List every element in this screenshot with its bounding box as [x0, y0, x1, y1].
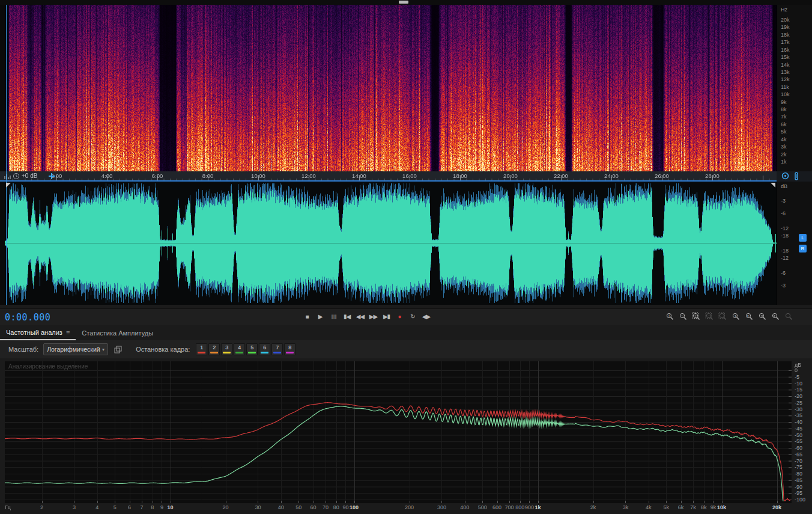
time-tick-12:00: 12:00 [301, 173, 316, 179]
panel-grip-left[interactable] [6, 183, 11, 188]
svg-text:▸: ▸ [747, 313, 749, 317]
skip-to-start-button[interactable]: ▮◀ [341, 311, 353, 322]
time-tick-10:00: 10:00 [251, 173, 265, 179]
audio-editor-window: Hz 20k19k18k17k16k15k14k13k12k11k10k9k8k… [0, 0, 812, 514]
scale-select-value: Логарифмический [47, 346, 100, 353]
skip-selection-button[interactable]: ◀▶ [420, 311, 432, 322]
freq-tick-4k: 4k [781, 137, 787, 142]
playhead-marker[interactable] [6, 171, 7, 180]
waveform-canvas[interactable] [5, 182, 777, 305]
hold-button-7[interactable]: 7 [271, 343, 283, 355]
vertical-zoom-icon[interactable] [793, 172, 799, 180]
clock-icon[interactable] [13, 172, 20, 180]
freq-tick-10k: 10k [781, 92, 790, 97]
x-tick-900: 900 [525, 504, 534, 510]
y-tick--20: -20 [795, 394, 802, 399]
zoom-out-button[interactable]: − [678, 311, 688, 322]
zoom-in-left-edge-button[interactable]: ◂ [731, 311, 741, 322]
hold-button-8[interactable]: 8 [284, 343, 295, 355]
spectral-display-toggle-icon[interactable] [781, 172, 789, 180]
frequency-analysis-panel: Анализирование выделение Гц дБ 234567891… [0, 358, 812, 514]
hold-button-2[interactable]: 2 [208, 343, 220, 355]
svg-text:−: − [707, 313, 710, 317]
loop-playback-button[interactable]: ↻ [407, 311, 419, 322]
panel-menu-icon[interactable]: ≡ [66, 329, 70, 336]
y-tick--70: -70 [795, 459, 802, 464]
x-tick-3k: 3k [623, 504, 629, 510]
playhead-line-waveform[interactable] [6, 182, 7, 305]
hold-button-5[interactable]: 5 [246, 343, 258, 355]
panel-divider-handle[interactable] [399, 1, 408, 4]
levels-meter-icon[interactable] [4, 172, 11, 180]
hold-button-label: 5 [250, 344, 253, 352]
zoom-to-selection-button[interactable] [718, 311, 728, 322]
y-tick--15: -15 [795, 387, 802, 393]
zoom-in-selection-button[interactable]: + [691, 311, 701, 322]
zoom-out-selection-button[interactable]: − [704, 311, 715, 322]
zoom-out-left-edge-button[interactable]: ◂ [757, 311, 768, 322]
hold-color-bar [248, 352, 256, 353]
hold-button-label: 4 [238, 344, 241, 352]
tab-amplitude-statistics[interactable]: Статистика Амплитуды [76, 325, 159, 340]
play-button[interactable]: ▶ [315, 311, 326, 322]
time-tick-28:00: 28:00 [705, 173, 720, 179]
tab-frequency-analysis-label: Частотный анализ [6, 329, 62, 336]
record-button[interactable]: ● [394, 311, 405, 322]
x-tick-10: 10 [167, 504, 173, 510]
gain-indicator[interactable]: +0 dB [22, 173, 37, 179]
y-tick--85: -85 [795, 478, 802, 483]
svg-text:+: + [694, 313, 697, 317]
frequency-analysis-chart[interactable] [5, 361, 792, 503]
x-tick-1k: 1k [535, 504, 541, 510]
x-tick-5: 5 [114, 504, 117, 510]
stop-button[interactable]: ■ [301, 311, 313, 322]
x-tick-700: 700 [505, 504, 514, 510]
x-tick-6k: 6k [678, 504, 684, 510]
svg-text:◂: ◂ [760, 313, 762, 317]
db-tick--12-upper: -12 [781, 226, 789, 231]
scale-select[interactable]: Логарифмический ▾ [43, 343, 108, 355]
snap-icon[interactable] [48, 172, 55, 180]
zoom-in-button[interactable]: + [665, 311, 675, 322]
hold-button-6[interactable]: 6 [259, 343, 270, 355]
tab-frequency-analysis[interactable]: Частотный анализ ≡ [0, 325, 76, 340]
panel-grip-right[interactable] [771, 183, 775, 188]
x-tick-300: 300 [437, 504, 446, 510]
left-channel-button[interactable]: L [799, 234, 807, 242]
left-margin [0, 5, 5, 305]
zoom-in-right-edge-button[interactable]: ▸ [744, 311, 754, 322]
time-display[interactable]: 0:00.000 [5, 312, 50, 323]
y-tick--45: -45 [795, 426, 802, 432]
y-tick--80: -80 [795, 471, 802, 477]
time-tick-8:00: 8:00 [202, 173, 214, 179]
zoom-reset-button[interactable] [784, 311, 794, 322]
x-tick-200: 200 [405, 504, 414, 510]
y-tick--95: -95 [795, 491, 802, 496]
hold-button-3[interactable]: 3 [221, 343, 232, 355]
analysis-controls: Масштаб: Логарифмический ▾ Остановка кад… [0, 340, 812, 358]
hold-button-4[interactable]: 4 [234, 343, 245, 355]
skip-to-end-button[interactable]: ▶▮ [381, 311, 392, 322]
x-tick-9k: 9k [710, 504, 717, 510]
spectrogram-display[interactable] [5, 5, 777, 171]
fast-forward-button[interactable]: ▶▶ [368, 311, 379, 322]
rewind-button[interactable]: ◀◀ [354, 311, 366, 322]
zoom-out-right-edge-button[interactable]: ▸ [771, 311, 781, 322]
timeline-ruler[interactable]: 2:004:006:008:0010:0012:0014:0016:0018:0… [0, 171, 777, 182]
scale-label: Масштаб: [8, 346, 38, 353]
waveform-display[interactable] [5, 182, 777, 305]
x-tick-4: 4 [95, 504, 98, 510]
freq-tick-6k: 6k [781, 122, 787, 127]
right-channel-button[interactable]: R [799, 245, 807, 252]
copy-graph-button[interactable] [113, 344, 123, 354]
time-tick-20:00: 20:00 [503, 173, 518, 179]
hold-button-1[interactable]: 1 [196, 343, 207, 355]
pause-button[interactable]: ▮▮ [328, 311, 339, 322]
playhead-line[interactable] [6, 5, 7, 171]
spectrogram-canvas[interactable] [5, 5, 777, 171]
transport-bar: 0:00.000 ■▶▮▮▮◀◀◀▶▶▶▮●↻◀▶ +−+−◂▸◂▸ [0, 308, 812, 326]
x-tick-80: 80 [333, 504, 339, 510]
x-tick-9: 9 [160, 504, 163, 510]
frequency-unit-label: Hz [781, 7, 787, 13]
svg-text:▸: ▸ [774, 313, 775, 317]
